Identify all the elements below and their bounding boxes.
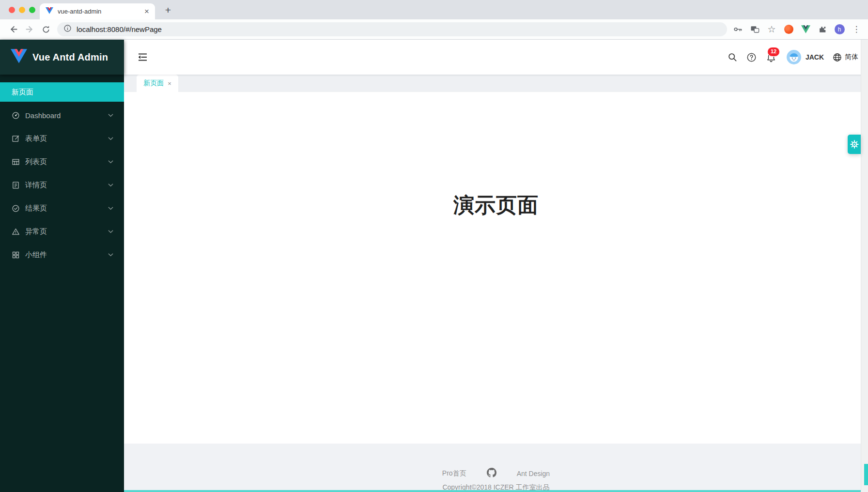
github-icon[interactable]	[487, 468, 496, 479]
bookmark-star-icon[interactable]: ☆	[765, 23, 778, 36]
settings-drawer-button[interactable]	[848, 135, 861, 154]
sidebar-item-forms[interactable]: 表单页	[0, 129, 124, 148]
dashboard-icon	[12, 111, 20, 120]
browser-window: vue-antd-admin × +	[0, 0, 868, 492]
browser-tab[interactable]: vue-antd-admin ×	[40, 3, 155, 19]
sidebar-item-exceptions[interactable]: 异常页	[0, 222, 124, 241]
forward-button[interactable]	[21, 21, 38, 38]
site-info-icon[interactable]	[63, 24, 72, 34]
password-key-icon[interactable]	[731, 23, 744, 36]
app-footer: Pro首页 Ant Design Copyright©2018 ICZER 工作…	[124, 444, 868, 492]
user-menu[interactable]: JACK	[787, 50, 824, 64]
menu-fold-button[interactable]	[137, 51, 148, 63]
help-button[interactable]	[742, 47, 761, 67]
table-icon	[12, 158, 20, 166]
browser-toolbar: localhost:8080/#/newPage ☆	[0, 19, 868, 40]
back-button[interactable]	[5, 21, 21, 38]
sidebar-item-results[interactable]: 结果页	[0, 199, 124, 218]
appstore-icon	[12, 251, 20, 259]
app-page: Vue Antd Admin 新页面 Dashboard	[0, 40, 868, 492]
sidebar-item-widgets[interactable]: 小组件	[0, 245, 124, 264]
sidebar-item-label: 新页面	[12, 88, 33, 97]
sidebar-item-dashboard[interactable]: Dashboard	[0, 106, 124, 125]
chrome-menu-icon[interactable]: ⋮	[850, 23, 863, 36]
new-tab-button[interactable]: +	[162, 4, 174, 16]
bottom-accent-line	[124, 490, 868, 492]
chevron-down-icon	[108, 160, 113, 164]
gear-icon	[850, 139, 859, 149]
page-tab-label: 新页面	[143, 79, 164, 88]
chrome-profile-avatar[interactable]: h	[833, 23, 846, 36]
sidebar: Vue Antd Admin 新页面 Dashboard	[0, 40, 124, 492]
page-title: 演示页面	[124, 191, 868, 219]
username: JACK	[806, 53, 824, 61]
browser-tab-title: vue-antd-admin	[58, 8, 140, 15]
sidebar-menu: 新页面 Dashboard 表单页	[0, 75, 124, 264]
browser-tab-strip: vue-antd-admin × +	[0, 0, 868, 19]
warning-icon	[12, 228, 20, 236]
language-switcher[interactable]: 简体	[833, 53, 858, 62]
extensions-puzzle-icon[interactable]	[816, 23, 829, 36]
footer-links: Pro首页 Ant Design	[442, 468, 550, 479]
page-tab-bar: 新页面 ×	[124, 75, 868, 92]
translate-icon[interactable]	[748, 23, 761, 36]
globe-icon	[833, 53, 842, 62]
address-bar[interactable]: localhost:8080/#/newPage	[57, 22, 727, 36]
vue-favicon-icon	[46, 7, 53, 16]
search-button[interactable]	[723, 47, 742, 67]
profile-icon	[12, 181, 20, 189]
macos-close-button[interactable]	[9, 7, 15, 13]
footer-link-pro-home[interactable]: Pro首页	[442, 469, 466, 478]
vue-logo-icon	[11, 49, 27, 65]
header-actions: 12 JACK	[723, 47, 858, 67]
vue-devtools-icon[interactable]	[799, 23, 812, 36]
app-title: Vue Antd Admin	[32, 52, 108, 63]
check-circle-icon	[12, 204, 20, 213]
chevron-down-icon	[108, 253, 113, 257]
macos-zoom-button[interactable]	[29, 7, 35, 13]
app-header: 12 JACK	[124, 40, 868, 75]
chevron-down-icon	[108, 206, 113, 210]
chevron-down-icon	[108, 113, 113, 117]
notification-badge: 12	[767, 47, 780, 57]
form-icon	[12, 135, 20, 143]
orange-extension-icon[interactable]	[782, 23, 795, 36]
url-text[interactable]: localhost:8080/#/newPage	[77, 25, 162, 33]
notification-bell-button[interactable]: 12	[761, 47, 781, 67]
sidebar-item-new-page[interactable]: 新页面	[0, 82, 124, 102]
sidebar-item-details[interactable]: 详情页	[0, 175, 124, 195]
reload-button[interactable]	[38, 21, 54, 38]
chevron-down-icon	[108, 230, 113, 233]
toolbar-extensions: ☆ h ⋮	[731, 23, 863, 36]
footer-link-ant-design[interactable]: Ant Design	[517, 470, 550, 477]
user-avatar	[787, 50, 801, 64]
chevron-down-icon	[108, 137, 113, 140]
macos-minimize-button[interactable]	[19, 7, 25, 13]
page-tab-close-icon[interactable]: ×	[168, 80, 171, 87]
locale-label: 简体	[845, 53, 858, 62]
chevron-down-icon	[108, 183, 113, 187]
page-tab-active[interactable]: 新页面 ×	[137, 75, 178, 92]
sidebar-item-lists[interactable]: 列表页	[0, 152, 124, 171]
app-logo[interactable]: Vue Antd Admin	[0, 40, 124, 75]
scrollbar-teal-segment	[864, 464, 868, 485]
main-content: 演示页面	[124, 92, 868, 444]
browser-scrollbar[interactable]	[861, 40, 868, 492]
tab-close-icon[interactable]: ×	[144, 7, 149, 15]
